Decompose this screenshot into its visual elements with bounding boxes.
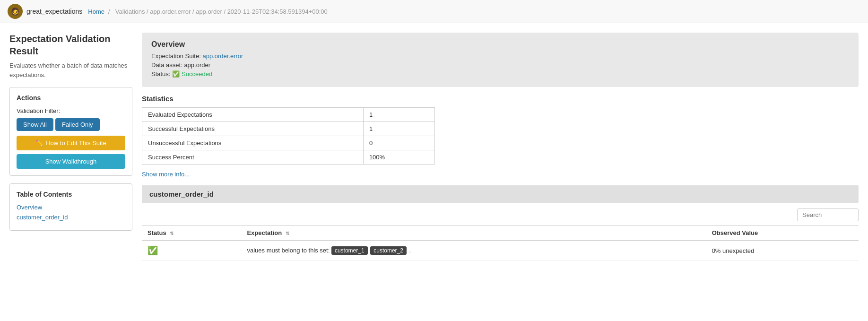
col-observed-value: Observed Value (706, 226, 859, 241)
search-input[interactable] (797, 208, 859, 221)
col-status: Status ⇅ (142, 226, 241, 241)
status-label: Status: (151, 70, 170, 78)
stat-label-2: Unsuccessful Expectations (142, 136, 364, 150)
table-row: ✅ values must belong to this set: custom… (142, 241, 859, 261)
statistics-table: Evaluated Expectations 1 Successful Expe… (142, 107, 435, 165)
asset-label: Data asset: (151, 61, 182, 69)
walkthrough-button[interactable]: Show Walkthrough (17, 154, 125, 169)
success-icon: ✅ (148, 246, 158, 255)
asset-value: app.order (184, 61, 210, 69)
overview-suite-row: Expectation Suite: app.order.error (151, 52, 849, 60)
actions-title: Actions (17, 94, 125, 102)
breadcrumb-home[interactable]: Home (88, 8, 104, 15)
main-content: Overview Expectation Suite: app.order.er… (142, 33, 859, 261)
page-description: Evaluates whether a batch of data matche… (9, 61, 132, 79)
logo-area: 🧔 great_expectations (8, 4, 82, 19)
statistics-title: Statistics (142, 95, 859, 103)
logo-text: great_expectations (26, 8, 82, 15)
failed-only-button[interactable]: Failed Only (55, 118, 100, 131)
table-row: Evaluated Expectations 1 (142, 108, 435, 122)
row-status: ✅ (142, 241, 241, 261)
overview-asset-row: Data asset: app.order (151, 61, 849, 69)
expectation-text: values must belong to this set: (247, 247, 330, 254)
suite-link[interactable]: app.order.error (202, 52, 243, 60)
logo-emoji: 🧔 (10, 7, 20, 16)
validation-filter-label: Validation Filter: (17, 107, 125, 114)
breadcrumb: Home / Validations / app.order.error / a… (88, 8, 330, 15)
expectation-suffix: . (409, 247, 411, 254)
main-container: Expectation Validation Result Evaluates … (0, 23, 868, 270)
stat-value-1: 1 (363, 122, 434, 136)
overview-status-row: Status: ✅ Succeeded (151, 70, 849, 78)
toc-title: Table of Contents (17, 191, 125, 198)
table-row: Successful Expectations 1 (142, 122, 435, 136)
overview-box: Overview Expectation Suite: app.order.er… (142, 33, 859, 87)
row-expectation: values must belong to this set: customer… (241, 241, 706, 261)
breadcrumb-separator: / (108, 8, 112, 15)
walkthrough-label: Show Walkthrough (45, 158, 97, 165)
col-expectation: Expectation ⇅ (241, 226, 706, 241)
table-row: Success Percent 100% (142, 150, 435, 165)
edit-icon: ✏️ (35, 139, 43, 147)
status-icon: ✅ (172, 70, 180, 78)
overview-title: Overview (151, 40, 849, 49)
toc-link-customer-order-id[interactable]: customer_order_id (17, 214, 125, 221)
search-bar-row (142, 208, 859, 221)
sidebar: Expectation Validation Result Evaluates … (9, 33, 132, 231)
toc-link-overview[interactable]: Overview (17, 204, 125, 211)
stat-label-0: Evaluated Expectations (142, 108, 364, 122)
tag-badge-2: customer_2 (370, 246, 407, 255)
show-more-link[interactable]: Show more info... (142, 171, 190, 178)
table-row: Unsuccessful Expectations 0 (142, 136, 435, 150)
tag-badge-1: customer_1 (331, 246, 368, 255)
stat-label-1: Successful Expectations (142, 122, 364, 136)
actions-box: Actions Validation Filter: Show All Fail… (9, 87, 132, 176)
toc-box: Table of Contents Overview customer_orde… (9, 183, 132, 231)
status-badge: ✅ Succeeded (172, 70, 212, 78)
sort-icon-expectation: ⇅ (286, 231, 289, 236)
breadcrumb-path: Validations / app.order.error / app.orde… (115, 8, 328, 15)
suite-label: Expectation Suite: (151, 52, 201, 60)
table-header-row: Status ⇅ Expectation ⇅ Observed Value (142, 226, 859, 241)
stat-value-0: 1 (363, 108, 434, 122)
column-header: customer_order_id (142, 185, 859, 203)
status-value: Succeeded (182, 70, 212, 78)
stat-label-3: Success Percent (142, 150, 364, 165)
edit-suite-button[interactable]: ✏️ How to Edit This Suite (17, 136, 125, 150)
logo-icon: 🧔 (8, 4, 23, 19)
expectation-table: Status ⇅ Expectation ⇅ Observed Value ✅ (142, 225, 859, 261)
row-observed-value: 0% unexpected (706, 241, 859, 261)
sort-icon-status: ⇅ (170, 231, 174, 236)
stat-value-3: 100% (363, 150, 434, 165)
header: 🧔 great_expectations Home / Validations … (0, 0, 868, 23)
show-all-button[interactable]: Show All (17, 118, 53, 131)
page-title: Expectation Validation Result (9, 33, 132, 57)
filter-buttons: Show All Failed Only (17, 118, 125, 131)
edit-suite-label: How to Edit This Suite (46, 139, 106, 147)
stat-value-2: 0 (363, 136, 434, 150)
